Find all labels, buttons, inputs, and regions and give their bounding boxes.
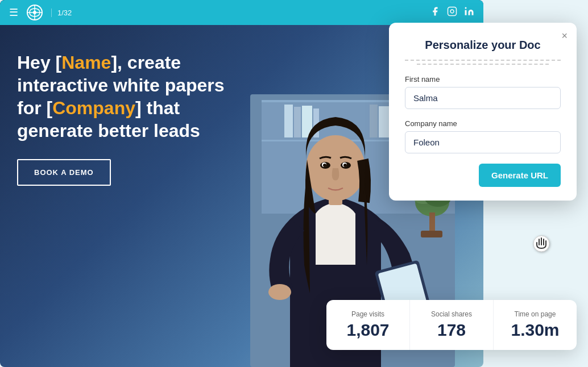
- headline-name: Name: [61, 52, 111, 73]
- cursor-icon: [532, 233, 550, 259]
- first-name-input[interactable]: [405, 87, 561, 109]
- svg-rect-5: [294, 107, 301, 137]
- modal-decorative-lines: [405, 60, 561, 65]
- headline-company: Company: [52, 98, 135, 118]
- stat-social-shares-label: Social shares: [419, 310, 484, 318]
- linkedin-icon[interactable]: [464, 6, 474, 19]
- svg-rect-8: [370, 105, 378, 137]
- stat-page-visits: Page visits 1,807: [326, 300, 410, 350]
- hamburger-menu-icon[interactable]: ☰: [9, 6, 18, 19]
- social-icons: [430, 6, 474, 19]
- book-demo-button[interactable]: BOOK A DEMO: [17, 159, 111, 186]
- stats-card: Page visits 1,807 Social shares 178 Time…: [326, 300, 577, 350]
- svg-point-22: [343, 164, 347, 167]
- headline-prefix: Hey [: [17, 52, 61, 73]
- app-wrapper: ☰ 1/32: [0, 0, 588, 367]
- svg-rect-29: [448, 7, 457, 16]
- stat-time-on-page-value: 1.30m: [503, 322, 568, 339]
- stat-page-visits-value: 1,807: [336, 322, 400, 339]
- facebook-icon[interactable]: [430, 6, 440, 19]
- hero-text: Hey [Name], create interactive white pap…: [17, 51, 233, 186]
- company-name-input[interactable]: [405, 131, 561, 153]
- svg-rect-4: [284, 105, 293, 137]
- svg-rect-9: [379, 106, 390, 137]
- logo-icon: [26, 4, 43, 21]
- modal-close-button[interactable]: ×: [561, 31, 568, 41]
- svg-point-24: [268, 284, 291, 300]
- top-nav: ☰ 1/32: [0, 0, 483, 25]
- stat-social-shares-value: 178: [419, 322, 484, 339]
- company-name-label: Company name: [405, 119, 561, 128]
- stat-time-on-page-label: Time on page: [503, 310, 568, 318]
- stat-social-shares: Social shares 178: [410, 300, 494, 350]
- svg-rect-14: [421, 231, 442, 237]
- generate-url-button[interactable]: Generate URL: [479, 164, 561, 187]
- stat-time-on-page: Time on page 1.30m: [494, 300, 577, 350]
- modal-title: Personalize your Doc: [405, 39, 561, 52]
- svg-point-31: [465, 7, 467, 9]
- first-name-label: First name: [405, 75, 561, 84]
- personalize-modal: × Personalize your Doc First name Compan…: [389, 23, 577, 201]
- page-count: 1/32: [51, 9, 72, 17]
- svg-point-21: [323, 164, 326, 167]
- stat-page-visits-label: Page visits: [336, 310, 400, 318]
- hero-headline: Hey [Name], create interactive white pap…: [17, 51, 233, 142]
- instagram-icon[interactable]: [447, 6, 457, 19]
